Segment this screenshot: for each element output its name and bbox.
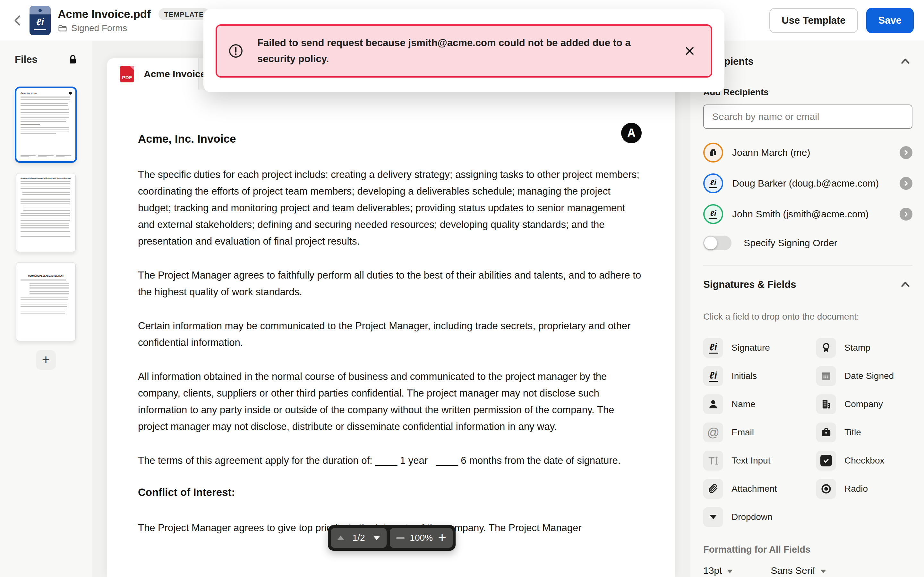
radio-icon (821, 483, 832, 495)
building-icon (821, 398, 832, 410)
signature-icon: ℓi (709, 342, 718, 354)
recipient-details-button[interactable] (900, 177, 913, 190)
thumbnail-2-title: Agreement to Lease Commercial Property w… (21, 177, 71, 179)
field-company[interactable]: Company (816, 394, 913, 414)
field-dropdown[interactable]: Dropdown (703, 507, 816, 527)
signer-avatar: ℓi (703, 173, 723, 193)
chevron-right-icon (903, 211, 909, 218)
add-file-button[interactable]: + (36, 350, 56, 370)
caret-down-icon (727, 570, 733, 573)
calendar-icon (821, 370, 832, 382)
field-attachment[interactable]: Attachment (703, 479, 816, 499)
lock-icon (67, 54, 78, 65)
checkbox-icon (821, 455, 832, 466)
error-message: Failed to send request because jsmith@ac… (257, 35, 639, 67)
page-thumbnail-3[interactable]: COMMERCIAL LEASE AGREEMENT (16, 262, 76, 341)
fields-section-title: Signatures & Fields (703, 279, 796, 290)
breadcrumb: Signed Forms (58, 23, 210, 33)
header-actions: Use Template Save (769, 8, 914, 33)
right-panel: Recipients Add Recipients Joann March (m… (690, 41, 924, 577)
chevron-up-icon (900, 279, 911, 290)
page-thumbnail-1[interactable]: Acme, Inc. Invoice (15, 87, 77, 163)
thumbnail-1-title: Acme, Inc. Invoice (21, 92, 71, 94)
document-paragraph: All information obtained in the normal c… (138, 368, 643, 435)
recipient-details-button[interactable] (900, 208, 913, 221)
stamp-icon (821, 342, 832, 354)
recipient-name: Joann March (me) (732, 147, 810, 158)
field-radio[interactable]: Radio (816, 479, 913, 499)
zoom-level: 100% (410, 533, 433, 543)
save-button[interactable]: Save (866, 8, 914, 33)
page-thumbnail-2[interactable]: Agreement to Lease Commercial Property w… (16, 173, 76, 252)
error-banner: Failed to send request because jsmith@ac… (216, 24, 712, 77)
viewer-toolbar: 1/2 100% + (328, 525, 456, 551)
formatting-controls: 13pt Sans Serif (703, 565, 913, 576)
title-block: Acme Invoice.pdf TEMPLATE Signed Forms (58, 8, 210, 33)
fields-hint: Click a field to drop onto the document: (703, 311, 913, 322)
close-icon (684, 45, 695, 56)
page-up-icon[interactable] (337, 536, 344, 540)
field-initials[interactable]: ℓi Initials (703, 366, 816, 386)
person-icon (708, 398, 719, 410)
document-paragraph: The terms of this agreement apply for th… (138, 452, 643, 469)
zoom-in-icon[interactable]: + (438, 530, 446, 544)
document-tab-label: Acme Invoice (144, 69, 206, 79)
alert-circle-icon (228, 44, 243, 58)
font-family-select[interactable]: Sans Serif (771, 565, 826, 576)
chevron-up-icon (900, 56, 911, 67)
dropdown-caret-icon (710, 515, 717, 519)
recipient-row-joann[interactable]: Joann March (me) (703, 137, 913, 168)
recipient-details-button[interactable] (900, 146, 913, 159)
field-stamp[interactable]: Stamp (816, 338, 913, 358)
panel-divider (703, 266, 913, 266)
signing-order-row: Specify Signing Order (703, 234, 913, 253)
font-size-select[interactable]: 13pt (703, 565, 733, 576)
document-tab[interactable]: PDF Acme Invoice (107, 58, 199, 89)
pdf-file-icon: PDF (120, 66, 134, 82)
document-page: A Acme, Inc. Invoice The specific duties… (107, 89, 675, 536)
document-paragraph: Certain information may be communicated … (138, 318, 643, 351)
folder-icon (58, 23, 67, 33)
field-grid: ℓi Signature Stamp ℓi Initials Date Sign… (703, 338, 913, 527)
collapse-recipients-button[interactable] (898, 55, 913, 69)
recipient-search-input[interactable] (703, 105, 913, 129)
at-sign-icon: @ (707, 426, 720, 440)
acme-logo: A (621, 123, 642, 143)
chevron-right-icon (903, 180, 909, 187)
recipient-row-john[interactable]: ℓi John Smith (jsmith@acme.com) (703, 199, 913, 229)
signature-glyph-icon: ℓi (29, 17, 51, 27)
use-template-button[interactable]: Use Template (769, 8, 858, 33)
thumbnail-logo-dot (69, 92, 72, 95)
recipient-list: Joann March (me) ℓi Doug Barker (doug.b@… (703, 137, 913, 229)
recipient-row-doug[interactable]: ℓi Doug Barker (doug.b@acme.com) (703, 168, 913, 199)
doc-icon-dot (39, 9, 42, 12)
formatting-label: Formatting for All Fields (703, 544, 913, 555)
document-viewer: PDF Acme Invoice A Acme, Inc. Invoice Th… (107, 58, 675, 577)
files-sidebar: Files Acme, Inc. Invoice Agreement to Le… (0, 41, 92, 577)
close-alert-button[interactable] (682, 43, 698, 59)
zoom-out-icon[interactable] (396, 537, 405, 539)
thumbnail-3-title: COMMERCIAL LEASE AGREEMENT (21, 275, 71, 277)
field-name[interactable]: Name (703, 394, 816, 414)
document-title: Acme, Inc. Invoice (138, 132, 643, 145)
text-input-icon (708, 455, 719, 466)
briefcase-icon (821, 427, 832, 438)
field-checkbox[interactable]: Checkbox (816, 451, 913, 471)
field-text-input[interactable]: Text Input (703, 451, 816, 471)
field-title[interactable]: Title (816, 422, 913, 442)
zoom-control: 100% + (390, 528, 453, 548)
owner-avatar (703, 143, 723, 163)
field-email[interactable]: @ Email (703, 422, 816, 442)
page-down-icon[interactable] (373, 536, 380, 540)
paperclip-icon (708, 483, 719, 495)
recipient-name: Doug Barker (doug.b@acme.com) (732, 178, 879, 189)
caret-down-icon (821, 570, 826, 573)
signing-order-toggle[interactable] (703, 235, 732, 250)
document-paragraph: The specific duties for each project inc… (138, 166, 643, 250)
doc-icon-underline (34, 29, 46, 30)
field-date-signed[interactable]: Date Signed (816, 366, 913, 386)
owner-documents-icon (708, 148, 718, 157)
back-button[interactable] (9, 11, 27, 29)
field-signature[interactable]: ℓi Signature (703, 338, 816, 358)
collapse-fields-button[interactable] (898, 277, 913, 292)
